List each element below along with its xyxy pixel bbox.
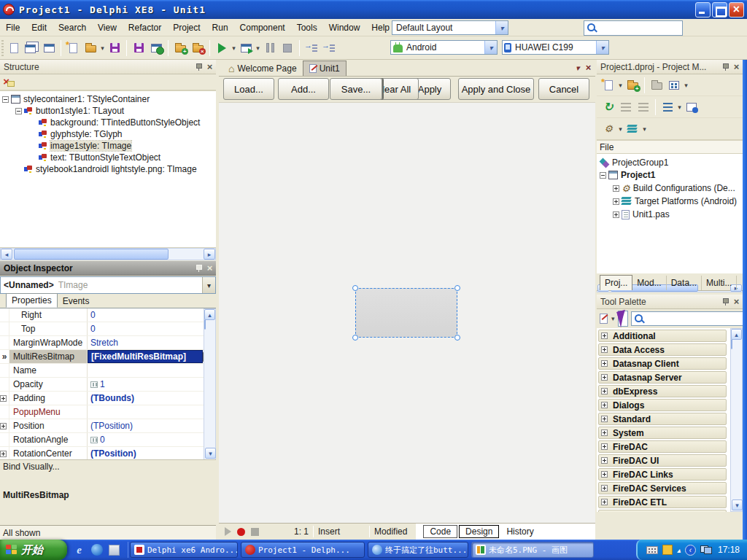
category-system[interactable]: System [598,427,727,439]
tree-item[interactable]: background: TTintedButtonStyleObject [0,117,216,128]
delete-item-icon[interactable] [3,77,15,87]
resize-handle[interactable] [454,335,460,341]
menu-help[interactable]: Help [365,20,395,36]
add-button[interactable]: Add... [278,78,329,100]
expand-icon[interactable] [601,346,608,353]
taskbar-task-paint[interactable]: 未命名5.PNG - 画图 [471,542,594,558]
category-firedac-ui[interactable]: FireDAC UI [598,454,727,467]
property-value[interactable]: (TPosition) [88,419,216,432]
expand-icon[interactable] [601,332,608,339]
category-standard[interactable]: Standard [598,413,727,425]
new-items-button[interactable] [64,39,82,57]
tab-model[interactable]: Mod... [632,276,666,290]
structure-horizontal-scrollbar[interactable] [0,248,216,260]
menu-view[interactable]: View [92,20,123,36]
load-button[interactable]: Load... [223,78,274,100]
expand-icon[interactable] [613,211,619,218]
tree-item-selected[interactable]: image1style: TImage [0,140,216,152]
scroll-up-icon[interactable] [204,309,215,320]
tree-item[interactable]: Target Platforms (Android) [597,195,743,208]
close-icon[interactable] [733,62,739,72]
show-hidden-icons-icon[interactable] [677,545,681,554]
tree-item[interactable]: Project1 [597,168,743,182]
tab-project[interactable]: Proj... [600,275,632,290]
trace-into-button[interactable] [320,39,338,57]
tree-item[interactable]: Unit1.pas [597,208,743,221]
property-row[interactable]: Opacity 1 [0,378,216,392]
tree-item[interactable]: text: TButtonStyleTextObject [0,152,216,163]
property-value[interactable]: (TPosition) [88,447,216,460]
new-file-button[interactable] [5,39,23,57]
chevron-down-icon[interactable] [495,21,508,34]
minimize-button[interactable] [695,2,711,18]
expand-icon[interactable] [601,485,608,491]
property-row[interactable]: PopupMenu [0,405,216,419]
close-icon[interactable] [733,297,739,307]
save-button[interactable]: Save... [330,78,382,100]
category-additional[interactable]: Additional [598,330,727,342]
style-designer-canvas[interactable] [219,102,595,523]
open-project-button[interactable] [82,39,99,57]
run-dropdown[interactable] [231,44,237,52]
taskbar-task-browser[interactable]: 终于搞定了往butt... [368,542,468,558]
expand-icon[interactable] [601,374,608,381]
scroll-down-icon[interactable] [205,448,216,459]
view-selector-button[interactable] [665,77,683,94]
open-project-dropdown[interactable] [99,44,106,52]
collapse-all-button[interactable] [617,98,635,116]
language-bar-icon[interactable]: ‹ [685,545,696,556]
property-value[interactable]: 0 [88,308,216,322]
category-dbexpress[interactable]: dbExpress [598,385,727,397]
expand-icon[interactable] [601,416,608,422]
network-icon[interactable] [700,545,712,554]
resize-handle[interactable] [352,335,358,341]
menu-component[interactable]: Component [234,20,291,36]
selected-image-object[interactable] [355,288,457,338]
expand-icon[interactable] [613,198,619,205]
apply-and-close-button[interactable]: Apply and Close [458,78,534,100]
quicklaunch-app-icon[interactable] [108,544,120,556]
refresh-button[interactable] [600,98,617,116]
property-row[interactable]: Position (TPosition) [0,419,216,433]
property-row[interactable]: RotationCenter (TPosition) [0,447,216,460]
tab-history[interactable]: History [500,526,539,537]
keyboard-icon[interactable] [646,546,658,554]
collapse-icon[interactable] [15,108,22,114]
expand-icon[interactable] [601,360,608,367]
property-row[interactable]: Padding (TBounds) [0,392,216,405]
palette-vertical-scrollbar[interactable] [730,328,743,512]
save-all-button[interactable] [130,39,147,57]
inspector-vertical-scrollbar[interactable] [204,308,216,460]
start-button[interactable]: 开始 [0,540,67,560]
selection-mode-button[interactable] [618,311,628,327]
category-firedac-etl[interactable]: FireDAC ETL [598,496,727,508]
expand-icon[interactable] [601,388,608,394]
category-firedac[interactable]: FireDAC [598,440,727,453]
pause-button[interactable] [261,39,279,57]
expand-icon[interactable] [601,471,608,478]
tree-item[interactable]: glyphstyle: TGlyph [0,128,216,140]
run-without-debugging-button[interactable] [237,39,255,57]
scrollbar-thumb[interactable] [14,249,169,260]
add-folder-button[interactable]: + [624,77,641,94]
category-data-access[interactable]: Data Access [598,343,727,356]
collapse-icon[interactable] [600,172,606,179]
ide-search-box[interactable] [584,20,683,36]
expand-icon[interactable] [0,423,7,429]
platform-dropdown[interactable] [641,125,648,133]
run-no-debug-dropdown[interactable] [255,44,261,52]
pin-icon[interactable] [196,63,202,71]
component-selector[interactable]: <Unnamed> TImage [0,276,216,294]
close-icon[interactable] [206,62,212,72]
views-dropdown[interactable] [683,82,689,89]
tab-unit1[interactable]: Unit1 [303,61,347,76]
chevron-down-icon[interactable] [596,41,608,54]
property-row-selected[interactable]: MultiResBitmap [FixedMultiResBitmap] ... [0,350,216,364]
category-datasnap-server[interactable]: Datasnap Server [598,371,727,384]
scroll-up-icon[interactable] [731,329,742,340]
resize-handle[interactable] [352,285,358,291]
tab-data[interactable]: Data... [667,276,702,290]
save-file-button[interactable] [106,39,123,57]
tab-code[interactable]: Code [423,525,457,538]
property-row[interactable]: RotationAngle 0 [0,433,216,447]
